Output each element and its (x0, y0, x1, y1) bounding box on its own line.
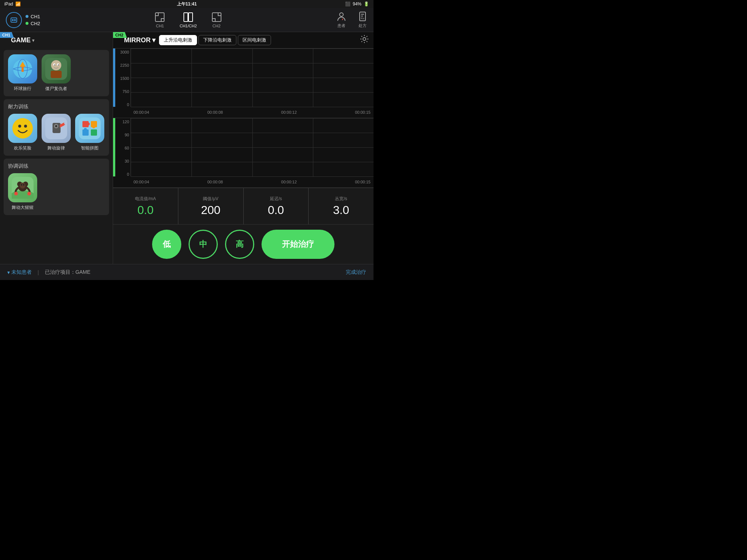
v-grid (191, 48, 192, 107)
ch1-badge: CH1 (0, 32, 14, 38)
svg-rect-13 (22, 67, 24, 72)
view-ch2-button[interactable]: CH2 (212, 12, 222, 28)
ch1-label: CH1 (31, 14, 40, 19)
svg-point-41 (21, 184, 22, 186)
stim-tab-falling[interactable]: 下降沿电刺激 (198, 35, 236, 45)
game-item-world-travel[interactable]: 环球旅行 (8, 54, 37, 92)
game-item-gorilla[interactable]: 舞动大猩猩 (8, 173, 37, 211)
view-ch1ch2-label: CH1/CH2 (179, 24, 197, 28)
prescription-button[interactable]: Rx 处方 (357, 11, 368, 28)
patient-button[interactable]: 患者 (336, 11, 347, 28)
svg-rect-4 (184, 13, 188, 22)
stim-tab-interval[interactable]: 区间电刺激 (238, 35, 271, 45)
svg-point-32 (84, 128, 87, 131)
svg-point-34 (92, 125, 95, 128)
svg-point-7 (340, 13, 343, 16)
status-left: iPad 📶 (4, 1, 21, 7)
value-delay: 延迟/s 0.0 (244, 188, 309, 224)
svg-rect-35 (91, 129, 97, 136)
value-width-num: 3.0 (333, 203, 349, 217)
y-label-2250: 2250 (120, 63, 129, 67)
game-icon-music (42, 114, 71, 143)
value-threshold-label: 阈值/μV (203, 196, 218, 202)
ch2-indicator: CH2 (26, 21, 40, 26)
view-ch1-label: CH1 (156, 24, 164, 28)
stim-tab-rising[interactable]: 上升沿电刺激 (159, 35, 197, 45)
y-label-90: 90 (125, 133, 129, 137)
svg-rect-6 (212, 13, 221, 22)
view-ch2-label: CH2 (213, 24, 221, 28)
project-label: 已治疗项目：GAME (45, 269, 90, 276)
values-row: 电流值/mA 0.0 阈值/μV 200 延迟/s 0.0 丛宽/s 3.0 (113, 188, 374, 224)
chart-emg-x-labels: 00:00:04 00:00:08 00:00:12 00:00:15 (131, 107, 374, 118)
section-title-coordination: 协调训练 (8, 163, 105, 170)
game-item-music[interactable]: 舞动旋律 (42, 114, 71, 151)
game-item-smile[interactable]: 欢乐笑脸 (8, 114, 37, 151)
svg-point-2 (15, 19, 16, 20)
channel-indicators: CH1 CH2 (26, 14, 40, 26)
svg-point-27 (55, 125, 57, 127)
game-header[interactable]: GAME ▾ (0, 33, 113, 47)
y-label-1500: 1500 (120, 76, 129, 81)
svg-point-21 (12, 118, 33, 139)
status-right: ⬛ 94% 🔋 (345, 1, 369, 7)
y-label-3000: 3000 (120, 50, 129, 54)
nav-right: 患者 Rx 处方 (336, 11, 368, 28)
svg-rect-0 (11, 18, 17, 22)
game-item-zombie[interactable]: 僵尸复仇者 (42, 54, 71, 92)
stim-tabs: 上升沿电刺激 下降沿电刺激 区间电刺激 (159, 35, 356, 45)
ch2-badge: CH2 (113, 32, 127, 38)
game-icon-world-travel (8, 54, 37, 83)
wifi-icon: 📶 (15, 1, 21, 7)
settings-button[interactable] (360, 34, 369, 46)
ch1-dot (26, 15, 28, 18)
svg-text:Rx: Rx (361, 17, 364, 20)
svg-point-23 (24, 125, 27, 128)
chevron-down-icon: ▾ (7, 269, 10, 275)
status-time: 上午11:41 (177, 1, 197, 7)
level-low-button[interactable]: 低 (152, 230, 181, 259)
complete-treatment-button[interactable]: 完成治疗 (346, 269, 366, 276)
buttons-row: 低 中 高 开始治疗 (113, 224, 374, 264)
game-item-puzzle[interactable]: 智能拼图 (75, 114, 104, 151)
game-mode-label: GAME (11, 36, 31, 44)
svg-point-30 (87, 122, 90, 125)
level-high-button[interactable]: 高 (225, 230, 254, 259)
mirror-label[interactable]: MIRROR ▾ (124, 36, 155, 44)
unknown-patient[interactable]: ▾ 未知患者 (7, 269, 32, 276)
game-section-strength: 环球旅行 (4, 50, 109, 96)
patient-label: 患者 (337, 23, 345, 28)
svg-point-15 (51, 60, 61, 70)
value-delay-label: 延迟/s (270, 196, 282, 202)
right-panel: CH2 MIRROR ▾ 上升沿电刺激 下降沿电刺激 区间电刺激 (113, 32, 374, 264)
game-icon-zombie (42, 54, 71, 83)
game-label-world-travel: 环球旅行 (14, 86, 31, 92)
view-ch1-button[interactable]: CH1 (155, 12, 165, 28)
right-header: MIRROR ▾ 上升沿电刺激 下降沿电刺激 区间电刺激 (113, 32, 374, 48)
v-grid (313, 118, 313, 176)
device-icon (6, 12, 22, 28)
nav-center: CH1 CH1/CH2 CH2 (40, 12, 336, 28)
game-section-coordination: 协调训练 (4, 159, 109, 215)
y-label-120: 120 (123, 120, 129, 124)
svg-point-44 (27, 192, 31, 195)
level-mid-button[interactable]: 中 (189, 230, 218, 259)
device-label: iPad (4, 1, 13, 7)
svg-point-40 (20, 183, 26, 188)
battery-label: 94% (353, 1, 361, 7)
ch1-indicator: CH1 (26, 14, 40, 19)
mirror-dropdown-icon: ▾ (152, 36, 155, 44)
svg-point-22 (18, 125, 21, 128)
ch2-dot (26, 22, 28, 25)
start-treatment-button[interactable]: 开始治疗 (262, 230, 334, 259)
game-label-smile: 欢乐笑脸 (14, 145, 31, 151)
bluetooth-icon: ⬛ (345, 1, 351, 7)
value-width-label: 丛宽/s (335, 196, 347, 202)
value-threshold-num: 200 (201, 203, 220, 217)
chart-stim: 120 90 60 30 0 00:00:04 (113, 118, 374, 188)
svg-rect-3 (155, 13, 164, 22)
svg-rect-5 (189, 13, 193, 22)
bottom-bar: ▾ 未知患者 | 已治疗项目：GAME 完成治疗 (0, 264, 374, 280)
view-ch1ch2-button[interactable]: CH1/CH2 (179, 12, 197, 28)
chart-stim-x-labels: 00:00:04 00:00:08 00:00:12 00:00:15 (131, 176, 374, 187)
